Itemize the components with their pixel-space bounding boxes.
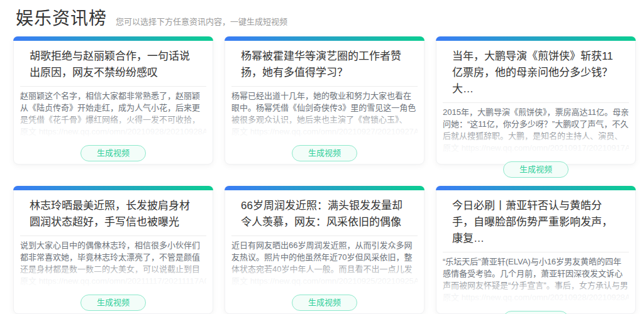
generate-video-button[interactable]: 生成视频 bbox=[80, 295, 146, 311]
card-action-row: 生成视频 bbox=[436, 161, 635, 178]
page-header: 娱乐资讯榜 您可以选择下方任意资讯内容，一键生成短视频 bbox=[0, 0, 644, 29]
generate-video-button[interactable]: 生成视频 bbox=[292, 145, 357, 161]
divider bbox=[20, 86, 206, 87]
card-accent-bar bbox=[436, 186, 636, 190]
source-label: 原文 bbox=[443, 143, 459, 153]
news-excerpt: 近日有网友晒出66岁周润发近照，从而引发众多网友热议。照片中的他虽然年近70岁但… bbox=[231, 239, 418, 275]
news-card[interactable]: 当年，大鹏导演《煎饼侠》斩获11亿票房，他的母亲问他分多少钱？大… 2015年，… bbox=[436, 36, 636, 165]
news-card[interactable]: 今日必刷丨萧亚轩否认与黄皓分手，自曝脸部伤势严重影响发声，康复… “乐坛天后”萧… bbox=[436, 186, 636, 314]
card-accent-bar bbox=[436, 36, 636, 41]
card-action-row: 生成视频 bbox=[225, 295, 424, 311]
news-text-block: 说到大家心目中的偶像林志玲，相信很多小伙伴们都非常喜欢她，毕竟林志玲太漂亮了，不… bbox=[20, 239, 206, 287]
news-card[interactable]: 66岁周润发近照：满头银发发量却令人羡慕，网友：风采依旧的偶像 近日有网友晒出6… bbox=[225, 186, 425, 314]
news-card[interactable]: 胡歌拒绝与赵丽颖合作，一句话说出原因，网友不禁纷纷感叹 赵丽颖这个名字，相信大家… bbox=[13, 36, 213, 165]
generate-video-button[interactable]: 生成视频 bbox=[292, 295, 357, 311]
divider bbox=[231, 86, 418, 87]
news-source: 原文 https://new.qq.com/omn/20210928/20210… bbox=[20, 126, 206, 138]
source-label: 原文 bbox=[443, 293, 459, 302]
card-action-row: 生成视频 bbox=[14, 295, 213, 311]
news-text-block: 近日有网友晒出66岁周润发近照，从而引发众多网友热议。照片中的他虽然年近70岁但… bbox=[231, 239, 418, 287]
card-accent-bar bbox=[225, 36, 425, 41]
card-accent-bar bbox=[225, 186, 425, 190]
divider bbox=[231, 236, 418, 236]
card-action-row: 生成视频 bbox=[14, 145, 213, 161]
source-url: https://new.qq.com/omn/20210925/20210925… bbox=[250, 276, 418, 286]
card-accent-bar bbox=[13, 186, 213, 190]
news-card[interactable]: 林志玲晒最美近照，长发披肩身材圆润状态超好，手写信也被曝光 说到大家心目中的偶像… bbox=[13, 186, 213, 314]
divider bbox=[443, 102, 629, 103]
news-source: 原文 https://new.qq.com/omn/20210925/20210… bbox=[231, 275, 418, 287]
source-url: https://new.qq.com/omn/20210917/20210917… bbox=[462, 143, 629, 153]
card-action-row: 生成视频 bbox=[225, 145, 424, 161]
news-text-block: “乐坛天后”萧亚轩(ELVA)与小16岁男友黄皓的四年感情备受考验。几个月前，萧… bbox=[443, 256, 629, 303]
divider bbox=[443, 252, 629, 252]
news-title: 杨幂被霍建华等演艺圈的工作者赞扬，她有多值得学习？ bbox=[241, 48, 411, 81]
news-excerpt: 赵丽颖这个名字，相信大家都非常熟悉了，赵丽颖从《陆贞传奇》开始走红，成为人气小花… bbox=[20, 90, 206, 126]
news-title: 林志玲晒最美近照，长发披肩身材圆润状态超好，手写信也被曝光 bbox=[30, 198, 200, 230]
news-title: 66岁周润发近照：满头银发发量却令人羡慕，网友：风采依旧的偶像 bbox=[241, 198, 411, 230]
news-excerpt: “乐坛天后”萧亚轩(ELVA)与小16岁男友黄皓的四年感情备受考验。几个月前，萧… bbox=[443, 256, 629, 291]
source-url: https://new.qq.com/omn/20210928/20210928… bbox=[462, 293, 629, 302]
news-source: 原文 https://new.qq.com/omn/20210927/20210… bbox=[231, 126, 418, 138]
news-source: 原文 https://new.qq.com/omn/20211117/20211… bbox=[20, 275, 206, 287]
divider bbox=[20, 236, 206, 236]
generate-video-button[interactable]: 生成视频 bbox=[80, 145, 146, 161]
source-url: https://new.qq.com/omn/20210928/20210928… bbox=[39, 127, 206, 136]
news-text-block: 2015年，大鹏导演《煎饼侠》，票房高达11亿。母亲问她：“这11亿，你分多少呀… bbox=[443, 106, 629, 154]
news-text-block: 赵丽颖这个名字，相信大家都非常熟悉了，赵丽颖从《陆贞传奇》开始走红，成为人气小花… bbox=[20, 90, 206, 138]
news-card[interactable]: 杨幂被霍建华等演艺圈的工作者赞扬，她有多值得学习？ 杨幂已经出道十几年，她的敬业… bbox=[225, 36, 425, 165]
news-text-block: 杨幂已经出道十几年，她的敬业和努力大家也看在眼中。杨幂凭借《仙剑奇侠传3》里的雪… bbox=[231, 90, 418, 138]
source-label: 原文 bbox=[231, 127, 248, 136]
source-label: 原文 bbox=[20, 276, 36, 286]
source-url: https://new.qq.com/omn/20211117/20211117… bbox=[39, 276, 206, 286]
news-title: 今日必刷丨萧亚轩否认与黄皓分手，自曝脸部伤势严重影响发声，康复… bbox=[452, 198, 623, 247]
generate-video-button[interactable]: 生成视频 bbox=[503, 161, 569, 178]
news-card-grid: 胡歌拒绝与赵丽颖合作，一句话说出原因，网友不禁纷纷感叹 赵丽颖这个名字，相信大家… bbox=[13, 36, 644, 314]
card-action-row: 生成视频 bbox=[436, 311, 635, 314]
page-subtitle: 您可以选择下方任意资讯内容，一键生成短视频 bbox=[116, 15, 287, 27]
news-excerpt: 2015年，大鹏导演《煎饼侠》，票房高达11亿。母亲问她：“这11亿，你分多少呀… bbox=[443, 106, 629, 142]
news-excerpt: 杨幂已经出道十几年，她的敬业和努力大家也看在眼中。杨幂凭借《仙剑奇侠传3》里的雪… bbox=[231, 90, 418, 126]
news-title: 胡歌拒绝与赵丽颖合作，一句话说出原因，网友不禁纷纷感叹 bbox=[30, 48, 200, 81]
news-excerpt: 说到大家心目中的偶像林志玲，相信很多小伙伴们都非常喜欢她，毕竟林志玲太漂亮了，不… bbox=[20, 239, 206, 275]
card-accent-bar bbox=[13, 36, 213, 41]
page-title: 娱乐资讯榜 bbox=[16, 9, 107, 29]
source-label: 原文 bbox=[231, 276, 248, 286]
news-source: 原文 https://new.qq.com/omn/20210917/20210… bbox=[443, 142, 629, 154]
source-url: https://new.qq.com/omn/20210927/20210927… bbox=[250, 127, 418, 136]
source-label: 原文 bbox=[20, 127, 36, 136]
news-title: 当年，大鹏导演《煎饼侠》斩获11亿票房，他的母亲问他分多少钱？大… bbox=[452, 48, 623, 97]
news-source: 原文 https://new.qq.com/omn/20210928/20210… bbox=[443, 291, 629, 303]
generate-video-button[interactable]: 生成视频 bbox=[503, 311, 569, 314]
